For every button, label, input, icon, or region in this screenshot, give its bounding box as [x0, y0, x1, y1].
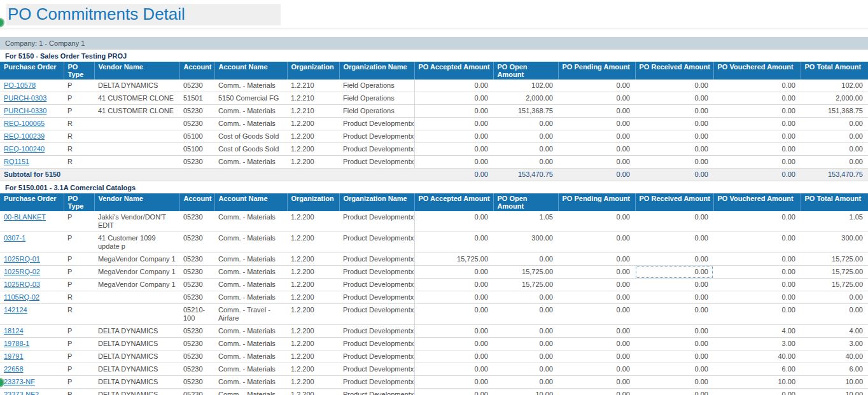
cell-account-name: Cost of Goods Sold [214, 130, 287, 143]
cell-po-type: P [64, 325, 94, 338]
purchase-order-cell: 00-BLANKET [0, 211, 64, 232]
cell-account-name: Comm. - Materials [214, 363, 287, 376]
table-row: 142124R05210-100Comm. - Travel - Airfare… [0, 304, 868, 325]
cell-po-received-amount: 0.00 [635, 80, 713, 92]
table-row: 1105RQ-02R05230Comm. - Materials1.2.200P… [0, 291, 868, 304]
cell-account-name: Comm. - Materials [214, 156, 287, 169]
cell-po-vouchered-amount: 0.00 [713, 389, 801, 395]
po-number-link[interactable]: 23373-NF2 [4, 391, 39, 395]
column-header-purchase-order: Purchase Order [0, 193, 64, 211]
cell-organization: 1.2.200 [287, 211, 339, 232]
cell-po-open-amount: 0.00 [493, 350, 558, 363]
po-number-link[interactable]: 142124 [4, 306, 27, 314]
cell-po-accepted-amount: 0.00 [414, 363, 493, 376]
cell-po-accepted-amount: 0.00 [414, 266, 493, 279]
cell-po-pending-amount: 0.00 [558, 80, 635, 92]
focused-amount-cell[interactable]: 0.00 [635, 266, 713, 279]
cell-po-received-amount: 0.00 [635, 143, 713, 156]
table-header-row: Purchase OrderPO TypeVendor NameAccountA… [0, 62, 868, 80]
po-number-link[interactable]: 18124 [4, 327, 24, 335]
po-number-link[interactable]: 19791 [4, 352, 24, 360]
po-number-link[interactable]: 1025RQ-01 [4, 255, 40, 263]
cell-organization: 1.2.200 [287, 376, 339, 389]
cell-po-vouchered-amount: 10.00 [713, 376, 801, 389]
cell-vendor-name [94, 304, 179, 325]
column-header-organization: Organization [287, 62, 339, 80]
column-header-organization: Organization [287, 193, 339, 211]
po-number-link[interactable]: PURCH-0330 [4, 107, 46, 114]
purchase-order-cell: 23373-NF [0, 376, 64, 389]
purchase-order-cell: REQ-100240 [0, 143, 64, 156]
po-number-link[interactable]: RQ1151 [4, 158, 29, 165]
cell-organization: 1.2.200 [287, 130, 339, 143]
column-header-po-open-amount: PO Open Amount [493, 62, 558, 80]
po-number-link[interactable]: REQ-100240 [4, 145, 45, 153]
cell-vendor-name: 41 Customer 1099 update p [94, 232, 179, 253]
cell-organization: 1.2.200 [287, 232, 339, 253]
cell-organization-name: Product Developmentx [339, 143, 414, 156]
cell-po-total-amount: 151,368.75 [801, 105, 868, 118]
cell-organization-name: Product Developmentx [339, 350, 414, 363]
purchase-order-cell: RQ1151 [0, 156, 64, 169]
cell-organization-name: Product Developmentx [339, 291, 414, 304]
cell-po-pending-amount: 0.00 [558, 350, 635, 363]
cell-vendor-name: DELTA DYNAMICS [94, 80, 179, 92]
cell-po-vouchered-amount: 0.00 [713, 304, 801, 325]
column-header-account: Account [179, 193, 214, 211]
cell-vendor-name: 41 CUSTOMER CLONE [94, 92, 179, 105]
cell-po-type: P [64, 253, 94, 266]
po-number-link[interactable]: PO-10578 [4, 81, 36, 89]
table-row: 19788-1PDELTA DYNAMICS05230Comm. - Mater… [0, 338, 868, 350]
po-number-link[interactable]: REQ-100239 [4, 132, 45, 140]
po-number-link[interactable]: 1025RQ-02 [4, 268, 40, 275]
cell-vendor-name [94, 118, 179, 130]
company-bar: Company: 1 - Company 1 [0, 37, 868, 50]
cell-po-vouchered-amount: 4.00 [713, 325, 801, 338]
cell-account: 05230 [179, 279, 214, 291]
purchase-order-cell: 18124 [0, 325, 64, 338]
po-number-link[interactable]: REQ-100065 [4, 120, 45, 127]
po-number-link[interactable]: 23373-NF [4, 378, 35, 385]
cell-organization-name: Product Developmentx [339, 118, 414, 130]
po-number-link[interactable]: 1025RQ-03 [4, 281, 40, 288]
cell-organization: 1.2.210 [287, 105, 339, 118]
cell-po-pending-amount: 0.00 [558, 363, 635, 376]
po-number-link[interactable]: 00-BLANKET [4, 213, 46, 221]
cell-po-accepted-amount: 0.00 [414, 232, 493, 253]
cell-po-vouchered-amount: 0.00 [713, 211, 801, 232]
column-header-po-received-amount: PO Received Amount [635, 62, 713, 80]
cell-account-name: Comm. - Materials [214, 376, 287, 389]
purchase-order-cell: 1025RQ-03 [0, 279, 64, 291]
cell-organization: 1.2.200 [287, 143, 339, 156]
cell-organization: 1.2.210 [287, 80, 339, 92]
purchase-order-cell: PO-10578 [0, 80, 64, 92]
cell-po-accepted-amount: 0.00 [414, 291, 493, 304]
cell-vendor-name: MegaVendor Company 1 [94, 266, 179, 279]
cell-po-pending-amount: 0.00 [558, 143, 635, 156]
cell-account: 05230 [179, 291, 214, 304]
po-number-link[interactable]: 1105RQ-02 [4, 293, 39, 301]
cell-po-received-amount: 0.00 [635, 304, 713, 325]
cell-po-pending-amount: 0.00 [558, 376, 635, 389]
cell-po-vouchered-amount: 0.00 [713, 156, 801, 169]
table-row: RQ1151R05230Comm. - Materials1.2.200Prod… [0, 156, 868, 169]
column-header-vendor-name: Vendor Name [94, 193, 179, 211]
po-number-link[interactable]: 19788-1 [4, 340, 29, 347]
po-number-link[interactable]: PURCH-0303 [4, 94, 46, 102]
cell-po-accepted-amount: 0.00 [414, 130, 493, 143]
cell-po-pending-amount: 0.00 [558, 325, 635, 338]
cell-po-open-amount: 1.05 [493, 211, 558, 232]
cell-po-accepted-amount: 0.00 [414, 376, 493, 389]
section-heading-5150: For 5150 - Sales Order Testing PROJ [0, 50, 868, 62]
column-header-po-vouchered-amount: PO Vouchered Amount [713, 193, 801, 211]
column-header-po-total-amount: PO Total Amount [801, 62, 868, 80]
cell-vendor-name: MegaVendor Company 1 [94, 279, 179, 291]
cell-po-accepted-amount: 0.00 [414, 118, 493, 130]
cell-account: 05230 [179, 266, 214, 279]
cell-po-open-amount: 0.00 [493, 291, 558, 304]
po-number-link[interactable]: 0307-1 [4, 234, 25, 242]
cell-po-received-amount: 0.00 [635, 118, 713, 130]
cell-po-open-amount: 0.00 [493, 253, 558, 266]
po-number-link[interactable]: 22658 [4, 365, 24, 373]
cell-po-total-amount: 0.00 [801, 156, 868, 169]
